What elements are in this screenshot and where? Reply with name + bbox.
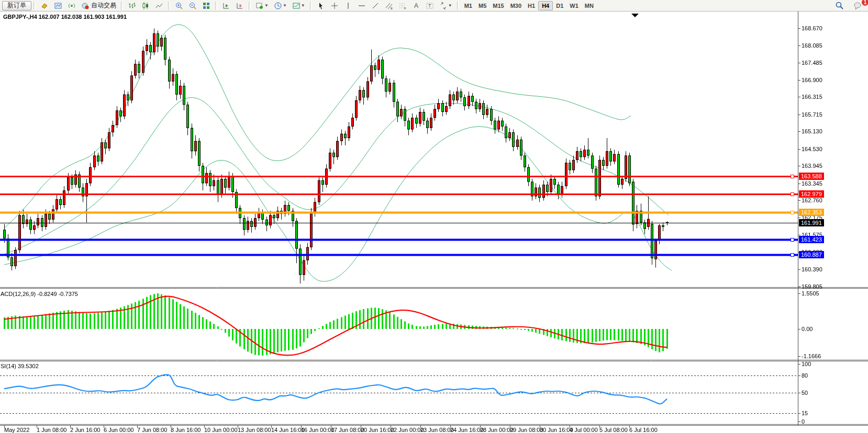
time-axis-label: 24 Jun 16:00 <box>450 427 484 433</box>
signal-icon[interactable] <box>65 1 79 10</box>
price-axis-label: 168.670 <box>802 25 822 31</box>
market-watch-icon[interactable] <box>38 1 51 10</box>
svg-text:E: E <box>391 7 393 10</box>
period-clock-icon[interactable]: ▼ <box>271 1 290 10</box>
arrows-tool-icon[interactable]: ▼ <box>437 1 455 10</box>
toolbar-separator <box>121 2 123 10</box>
line-chart-type-icon[interactable] <box>152 1 166 10</box>
auto-trading-label: 自动交易 <box>91 1 116 10</box>
time-axis-label: 30 Jun 16:00 <box>540 427 573 433</box>
time-axis-label: 6 Jun 00:00 <box>104 427 134 433</box>
rsi-axis-label: 100 <box>802 361 811 367</box>
timeframe-button-d1[interactable]: D1 <box>553 2 566 10</box>
new-order-button[interactable]: 新订单 <box>2 1 31 10</box>
timeframe-button-h1[interactable]: H1 <box>525 2 538 10</box>
trading-terminal: 新订单 自动交易 ▼ <box>0 0 868 433</box>
time-axis-label: 16 Jun 00:00 <box>301 427 335 433</box>
time-axis-label: 13 Jun 08:00 <box>238 427 271 433</box>
chart-window-icon[interactable] <box>51 1 65 10</box>
channel-tool-icon[interactable]: E <box>382 1 396 10</box>
symbol-info: GBPJPY-,H4 162.007 162.038 161.903 161.9… <box>3 14 127 20</box>
timeframe-button-h4[interactable]: H4 <box>538 1 553 10</box>
timeframe-button-m1[interactable]: M1 <box>461 2 475 10</box>
svg-text:A: A <box>414 2 418 9</box>
price-line-badge: 163.588 <box>799 173 824 180</box>
price-line-badge: 162.979 <box>799 190 824 198</box>
rsi-axis-label: 15 <box>802 410 808 416</box>
svg-text:T: T <box>428 3 431 8</box>
candlestick-chart-type-icon[interactable] <box>139 1 152 10</box>
time-axis-label: 8 Jun 16:00 <box>171 427 201 433</box>
timeframe-group: M1M5M15M30H1H4D1W1MN <box>461 0 597 11</box>
toolbar-separator <box>215 2 217 10</box>
time-axis-label: 14 Jun 16:00 <box>271 427 305 433</box>
time-axis-label: 4 Jul 00:00 <box>570 427 598 433</box>
crosshair-tool-icon[interactable] <box>328 1 341 10</box>
auto-trading-button[interactable]: 自动交易 <box>79 1 119 10</box>
zoom-out-icon[interactable] <box>186 1 199 10</box>
tile-windows-icon[interactable] <box>199 1 213 10</box>
macd-indicator-label: ACD(12,26,9) -0.8249 -0.7375 <box>1 291 78 297</box>
price-axis-label: 165.715 <box>802 111 822 118</box>
cursor-tool-icon[interactable] <box>314 1 328 10</box>
toolbar-separator <box>249 2 251 10</box>
fibonacci-tool-icon[interactable]: F <box>396 1 409 10</box>
notification-count-badge: 1 <box>862 0 868 6</box>
horizontal-line-tool-icon[interactable] <box>355 1 369 10</box>
time-axis-label: 28 Jun 00:00 <box>480 427 514 433</box>
price-line-badge: 161.423 <box>799 236 824 243</box>
time-axis-label: 6 Jul 16:00 <box>629 427 658 433</box>
price-line-badge: 160.887 <box>799 251 824 258</box>
auto-scroll-icon[interactable] <box>219 1 233 10</box>
toolbar-separator <box>34 2 36 10</box>
toolbar-separator <box>457 2 459 10</box>
templates-icon[interactable]: ▼ <box>290 1 308 10</box>
timeframe-button-mn[interactable]: MN <box>582 2 597 10</box>
price-axis-label: 162.760 <box>802 197 822 203</box>
search-icon[interactable] <box>832 1 847 10</box>
trendline-tool-icon[interactable] <box>369 1 382 10</box>
macd-axis-label: 0.00 <box>802 326 813 332</box>
time-axis-label: 7 Jun 08:00 <box>137 427 168 433</box>
timeframe-button-w1[interactable]: W1 <box>566 2 582 10</box>
zoom-in-icon[interactable] <box>172 1 186 10</box>
time-axis-label: 23 Jun 08:00 <box>420 427 454 433</box>
time-axis-label: 20 Jun 16:00 <box>361 427 394 433</box>
time-axis-label: 10 Jun 00:00 <box>204 427 238 433</box>
timeframe-button-m15[interactable]: M15 <box>489 2 507 10</box>
macd-axis-label: 1.5505 <box>802 290 819 297</box>
rsi-axis-label: 0 <box>802 418 805 425</box>
price-axis-label: 168.085 <box>802 42 822 49</box>
time-axis-label: 1 Jun 08:00 <box>37 427 67 433</box>
price-axis-label: 166.900 <box>802 77 822 83</box>
current-price-badge: 161.991 <box>799 219 824 226</box>
timeframe-button-m5[interactable]: M5 <box>475 2 489 10</box>
timeframe-button-m30[interactable]: M30 <box>507 2 525 10</box>
price-axis-label: 167.485 <box>802 60 822 66</box>
price-axis-label: 163.945 <box>802 163 822 169</box>
svg-text:F: F <box>404 7 406 10</box>
text-label-tool-icon[interactable]: T <box>423 1 437 10</box>
toolbar-separator <box>310 2 312 10</box>
rsi-indicator-label: SI(14) 39.5302 <box>1 363 39 369</box>
toolbar-separator <box>168 2 170 10</box>
new-order-label: 新订单 <box>7 1 26 10</box>
text-tool-icon[interactable]: A <box>409 1 423 10</box>
time-axis-label: 17 Jun 08:00 <box>331 427 364 433</box>
time-axis-label: 2 Jun 16:00 <box>70 427 101 433</box>
macd-axis-label: -1.1666 <box>802 353 821 359</box>
time-axis-label: 22 Jun 00:00 <box>391 427 424 433</box>
vertical-line-tool-icon[interactable] <box>341 1 355 10</box>
price-axis-label: 160.390 <box>802 266 822 272</box>
new-chart-icon[interactable]: ▼ <box>253 1 271 10</box>
rsi-axis-label: 50 <box>802 390 808 396</box>
time-axis-label: 5 Jul 08:00 <box>599 427 628 433</box>
chart-canvas[interactable] <box>0 0 868 433</box>
chart-shift-icon[interactable] <box>233 1 247 10</box>
bar-chart-type-icon[interactable] <box>125 1 139 10</box>
price-axis-label: 159.805 <box>802 283 822 290</box>
rsi-axis-label: 80 <box>802 372 808 379</box>
notifications-icon[interactable]: 1 <box>851 1 865 10</box>
price-axis-label: 166.315 <box>802 94 822 100</box>
price-axis-label: 163.345 <box>802 180 822 187</box>
